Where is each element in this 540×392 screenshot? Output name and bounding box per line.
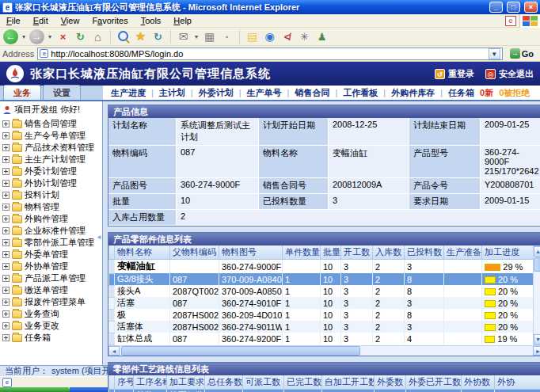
col-5[interactable]: 开工数 <box>341 245 373 260</box>
tree-item-18[interactable]: 任务箱 <box>2 332 102 344</box>
tab-设置[interactable]: 设置 <box>43 85 81 100</box>
logout-button[interactable]: ◎ 安全退出 <box>485 68 534 80</box>
col-9[interactable]: 外协数 <box>462 375 495 390</box>
minimize-button[interactable]: _ <box>489 2 503 13</box>
tree-item-6[interactable]: 投料计划 <box>2 189 102 201</box>
forward-dropdown-icon[interactable]: ▾ <box>47 29 53 44</box>
history-icon[interactable]: ↻ <box>150 29 165 44</box>
go-button[interactable]: → Go <box>506 47 538 61</box>
tree-item-4[interactable]: 外委计划管理 <box>2 166 102 177</box>
parts-row-2[interactable]: 接头A2087QT002370-009-A085011032820 % <box>109 285 533 297</box>
expand-plus-icon[interactable] <box>2 192 10 199</box>
tree-item-12[interactable]: 外协单管理 <box>2 261 102 272</box>
tab-业务[interactable]: 业务 <box>3 85 41 100</box>
col-0[interactable]: 序号 <box>115 375 134 390</box>
menu-view[interactable]: View <box>55 15 86 26</box>
close-button[interactable]: × <box>524 2 538 13</box>
start-button[interactable] <box>0 387 70 392</box>
expand-plus-icon[interactable] <box>2 132 10 139</box>
col-0[interactable]: 物料名称 <box>115 245 170 260</box>
col-2[interactable]: 物料图号 <box>219 245 283 260</box>
bug-icon[interactable]: ✳ <box>297 29 312 44</box>
expand-plus-icon[interactable] <box>2 215 10 223</box>
relogin-button[interactable]: ↺ 重登录 <box>435 68 474 80</box>
expand-plus-icon[interactable] <box>2 227 10 234</box>
col-7[interactable]: 外委数 <box>375 375 406 390</box>
back-icon[interactable]: ← <box>3 29 18 44</box>
tree-item-17[interactable]: 业务更改 <box>2 320 102 332</box>
tree-item-0[interactable]: 销售合同管理 <box>2 118 102 130</box>
expand-plus-icon[interactable] <box>2 310 10 318</box>
mail-dropdown-icon[interactable]: ▾ <box>193 29 200 44</box>
tree-item-3[interactable]: 主生产计划管理 <box>2 154 102 166</box>
col-1[interactable]: 父物料编码 <box>170 245 219 260</box>
process-row-0[interactable]: 1总装按图组装10205300 <box>109 389 540 392</box>
forward-icon[interactable]: → <box>29 29 44 44</box>
scrollbar-thumb[interactable] <box>534 257 540 272</box>
parts-row-1[interactable]: G3/8接头087370-009-A084011032820 % <box>109 273 533 285</box>
sidebar-collapse-icon[interactable]: ◄ <box>96 234 102 241</box>
globe-icon[interactable]: ◉ <box>262 29 277 44</box>
scrollbar-thumb[interactable] <box>121 346 360 356</box>
mail-icon[interactable]: ✉ <box>176 29 191 44</box>
col-5[interactable]: 已完工数 <box>284 375 322 390</box>
tree-item-14[interactable]: 缴送单管理 <box>2 284 102 296</box>
parts-horizontal-scrollbar[interactable]: ◄ ► <box>108 345 540 356</box>
address-dropdown-icon[interactable]: ▼ <box>489 48 500 59</box>
tree-item-7[interactable]: 物料管理 <box>2 201 102 213</box>
parts-vertical-scrollbar[interactable]: ▲ ▼ <box>533 245 540 345</box>
notes-icon[interactable]: ▤ <box>245 29 260 44</box>
tree-item-16[interactable]: 业务查询 <box>2 308 102 320</box>
nav-item-5[interactable]: 工作看板 <box>343 87 378 99</box>
col-3[interactable]: 单件数量 <box>283 245 321 260</box>
tree-item-15[interactable]: 报废件管理菜单 <box>2 296 102 308</box>
expand-plus-icon[interactable] <box>2 275 10 282</box>
parts-row-0[interactable]: 变幅油缸360-274-9000F1032329 % <box>109 260 533 274</box>
scroll-left-icon[interactable]: ◄ <box>108 346 120 356</box>
col-8[interactable]: 生产准备 <box>444 245 482 260</box>
nav-item-1[interactable]: 主计划 <box>159 87 185 99</box>
expand-plus-icon[interactable] <box>2 204 10 211</box>
col-4[interactable]: 可派工数 <box>243 375 284 390</box>
nav-item-6[interactable]: 外购件库存 <box>391 87 435 99</box>
col-4[interactable]: 批量 <box>321 245 341 260</box>
expand-plus-icon[interactable] <box>2 239 10 246</box>
person-icon[interactable]: ♟ <box>314 29 329 44</box>
col-9[interactable]: 加工进度 <box>482 245 533 260</box>
nav-item-0[interactable]: 生产进度 <box>111 87 146 99</box>
col-3[interactable]: 总任务数 <box>205 375 243 390</box>
tree-item-8[interactable]: 外购件管理 <box>2 213 102 225</box>
parts-row-3[interactable]: 活塞087360-274-9010F11032320 % <box>109 297 533 309</box>
refresh-icon[interactable]: ↻ <box>73 29 88 44</box>
tree-item-13[interactable]: 产品派工单管理 <box>2 272 102 284</box>
nav-item-7[interactable]: 任务箱 <box>448 87 474 99</box>
menu-file[interactable]: File <box>0 15 27 26</box>
expand-plus-icon[interactable] <box>2 322 10 329</box>
nav-item-3[interactable]: 生产单号 <box>247 87 282 99</box>
home-icon[interactable]: ⌂ <box>90 29 105 44</box>
expand-plus-icon[interactable] <box>2 263 10 270</box>
col-1[interactable]: 工序名称 <box>134 375 167 390</box>
search-icon[interactable] <box>116 29 131 44</box>
print-icon[interactable]: ▦ <box>202 29 217 44</box>
nav-item-2[interactable]: 外委计划 <box>199 87 234 99</box>
tree-item-1[interactable]: 生产令号单管理 <box>2 130 102 142</box>
expand-plus-icon[interactable] <box>2 251 10 258</box>
col-2[interactable]: 加工要求 <box>167 375 205 390</box>
scroll-down-icon[interactable]: ▼ <box>534 334 540 344</box>
expand-plus-icon[interactable] <box>2 144 10 151</box>
menu-edit[interactable]: Edit <box>27 15 55 26</box>
col-10[interactable]: 外协 <box>495 375 540 390</box>
tree-item-9[interactable]: 企业标准件管理 <box>2 225 102 237</box>
stop-icon[interactable]: × <box>55 29 70 44</box>
expand-plus-icon[interactable] <box>2 334 10 341</box>
expand-plus-icon[interactable] <box>2 287 10 294</box>
tree-item-10[interactable]: 零部件派工单管理 <box>2 237 102 249</box>
expand-plus-icon[interactable] <box>2 299 10 306</box>
scroll-right-icon[interactable]: ► <box>533 346 540 356</box>
angle-icon[interactable]: ≮ <box>280 29 295 44</box>
menu-favorites[interactable]: Favorites <box>86 15 134 26</box>
back-dropdown-icon[interactable]: ▾ <box>21 29 27 44</box>
parts-row-6[interactable]: 缸体总成087360-274-9200F11032419 % <box>109 333 533 344</box>
menu-help[interactable]: Help <box>167 15 198 26</box>
